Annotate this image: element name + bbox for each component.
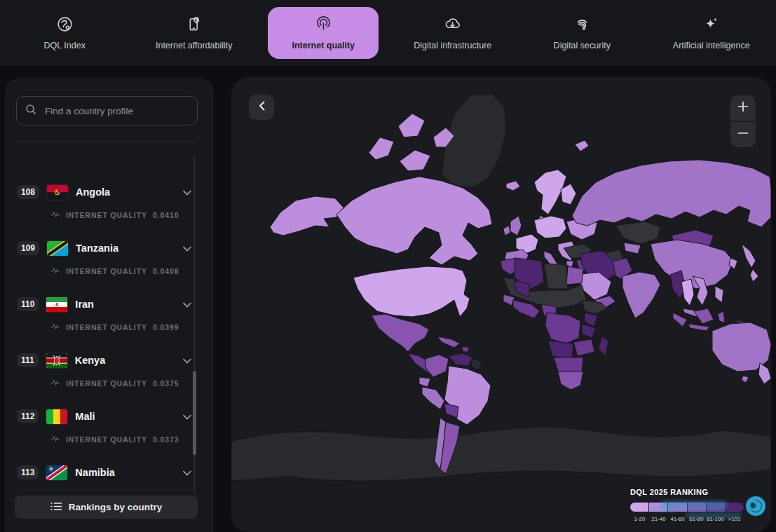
tab-dql-index[interactable]: DQL Index xyxy=(0,0,130,66)
legend-label: 41-60 xyxy=(668,516,687,522)
map-region-mexico[interactable] xyxy=(372,314,429,352)
map-region-namibia-botswana[interactable] xyxy=(554,357,583,373)
back-button[interactable] xyxy=(249,95,274,120)
metric-row: Internet quality 0.0373 xyxy=(6,432,212,446)
map-region-venezuela[interactable] xyxy=(449,353,472,366)
chevron-down-icon[interactable] xyxy=(183,354,191,367)
map-region-alaska[interactable] xyxy=(270,196,343,236)
tab-internet-quality[interactable]: Internet quality xyxy=(259,0,388,66)
map-region-indonesia[interactable] xyxy=(688,324,709,331)
zoom-out-button[interactable] xyxy=(730,122,756,147)
metric-label: Internet quality xyxy=(66,379,147,388)
country-row-angola[interactable]: 108 Angola xyxy=(6,176,212,208)
map-region-zambia-mozambique[interactable] xyxy=(573,339,594,356)
sparkles-icon xyxy=(702,15,720,35)
map-region-japan[interactable] xyxy=(750,269,758,282)
map-region-kazakhstan[interactable] xyxy=(615,221,660,244)
list-item: 110 Iran Internet quality 0.0399 xyxy=(6,288,212,334)
map-region-svalbard[interactable] xyxy=(575,140,589,151)
tab-digital-infrastructure[interactable]: Digital infrastructure xyxy=(388,0,518,66)
map-region-greenland[interactable] xyxy=(442,94,506,188)
map-region-indonesia[interactable] xyxy=(694,308,714,324)
chevron-down-icon[interactable] xyxy=(183,298,191,311)
chevron-down-icon[interactable] xyxy=(183,186,191,198)
search-input[interactable] xyxy=(43,105,189,117)
map-region-south-africa[interactable] xyxy=(558,371,583,390)
map-region-australia[interactable] xyxy=(712,322,771,371)
map-region-ecuador[interactable] xyxy=(419,377,430,387)
tab-artificial-intelligence[interactable]: Artificial intelligence xyxy=(647,0,776,66)
map-region-madagascar[interactable] xyxy=(599,336,608,356)
map-region-central-asia[interactable] xyxy=(624,243,641,254)
map-region-russia[interactable] xyxy=(572,160,771,227)
zoom-in-button[interactable] xyxy=(730,95,756,121)
map-region-japan[interactable] xyxy=(742,244,756,268)
legend-swatch xyxy=(630,503,648,512)
map-region-peru[interactable] xyxy=(422,387,444,409)
map-region-guyanas[interactable] xyxy=(471,359,482,370)
map-region-iceland[interactable] xyxy=(506,181,520,191)
world-map-panel: DQL 2025 RANKING 1-2021-4041-6061-8081-1… xyxy=(231,77,771,532)
map-region-central-europe[interactable] xyxy=(534,216,566,238)
map-region-kenya[interactable] xyxy=(585,313,597,327)
country-name: Mali xyxy=(75,411,175,422)
map-region-philippines[interactable] xyxy=(715,286,723,303)
chevron-down-icon[interactable] xyxy=(183,466,191,479)
country-row-kenya[interactable]: 111 Kenya xyxy=(6,344,212,376)
map-region-arctic-islands[interactable] xyxy=(369,137,394,160)
map-region-tasmania[interactable] xyxy=(742,376,749,383)
country-row-mali[interactable]: 112 Mali xyxy=(6,400,212,432)
map-region-colombia[interactable] xyxy=(425,355,449,377)
world-map[interactable] xyxy=(231,77,771,532)
globe-swirl-icon xyxy=(56,15,74,35)
country-row-tanzania[interactable]: 109 Tanzania xyxy=(6,232,212,264)
country-list[interactable]: 108 Angola Internet quality 0.0410 109 T… xyxy=(6,158,212,486)
chevron-left-icon xyxy=(259,101,265,114)
country-row-iran[interactable]: 110 Iran xyxy=(6,288,212,320)
rank-badge: 108 xyxy=(17,185,39,199)
map-region-arctic-islands[interactable] xyxy=(400,150,430,171)
map-region-central-africa[interactable] xyxy=(545,313,580,343)
map-region-uk[interactable] xyxy=(510,216,522,236)
chevron-down-icon[interactable] xyxy=(183,410,191,423)
metric-value: 0.0399 xyxy=(153,323,179,332)
dql-dashboard: DQL Index Internet affordability Interne… xyxy=(0,0,776,532)
map-region-indonesia[interactable] xyxy=(718,311,725,322)
list-item: 112 Mali Internet quality 0.0373 xyxy=(6,400,212,446)
map-region-thailand[interactable] xyxy=(681,279,694,306)
map-region-canada[interactable] xyxy=(336,177,492,265)
map-region-usa[interactable] xyxy=(353,266,470,317)
country-name: Namibia xyxy=(75,467,175,478)
map-region-libya[interactable] xyxy=(544,264,568,289)
metric-row: Internet quality 0.0410 xyxy=(6,208,212,222)
map-region-indonesia[interactable] xyxy=(673,313,687,327)
watermark-blur xyxy=(649,506,676,512)
legend-label: 21-40 xyxy=(649,516,668,522)
map-region-bolivia[interactable] xyxy=(444,404,458,418)
country-search[interactable] xyxy=(16,96,198,125)
map-zoom-controls xyxy=(730,95,756,147)
tab-internet-affordability[interactable]: Internet affordability xyxy=(130,0,259,66)
country-row-namibia[interactable]: 113 Namibia xyxy=(6,456,212,486)
sidebar-scrollbar-thumb[interactable] xyxy=(193,371,196,455)
waveform-icon xyxy=(50,435,60,444)
map-region-antarctica[interactable] xyxy=(231,427,771,481)
tab-digital-security[interactable]: Digital security xyxy=(517,0,647,66)
map-region-ireland[interactable] xyxy=(503,226,510,236)
map-region-new-zealand[interactable] xyxy=(758,363,771,384)
teal-swirl-logo-icon xyxy=(745,496,766,517)
map-region-hispaniola[interactable] xyxy=(462,346,470,353)
metric-label: Internet quality xyxy=(66,211,147,219)
chevron-down-icon[interactable] xyxy=(183,242,191,254)
list-icon xyxy=(50,502,62,513)
rankings-by-country-button[interactable]: Rankings by country xyxy=(15,496,198,519)
map-region-arctic-islands[interactable] xyxy=(398,114,425,137)
plus-icon xyxy=(737,101,749,115)
map-region-cuba[interactable] xyxy=(437,336,460,348)
flag-mali xyxy=(46,409,67,424)
rank-badge: 109 xyxy=(17,241,39,255)
map-region-egypt[interactable] xyxy=(566,266,583,285)
flag-tanzania xyxy=(47,241,68,256)
map-region-india[interactable] xyxy=(622,272,660,318)
map-region-angola[interactable] xyxy=(548,341,573,359)
